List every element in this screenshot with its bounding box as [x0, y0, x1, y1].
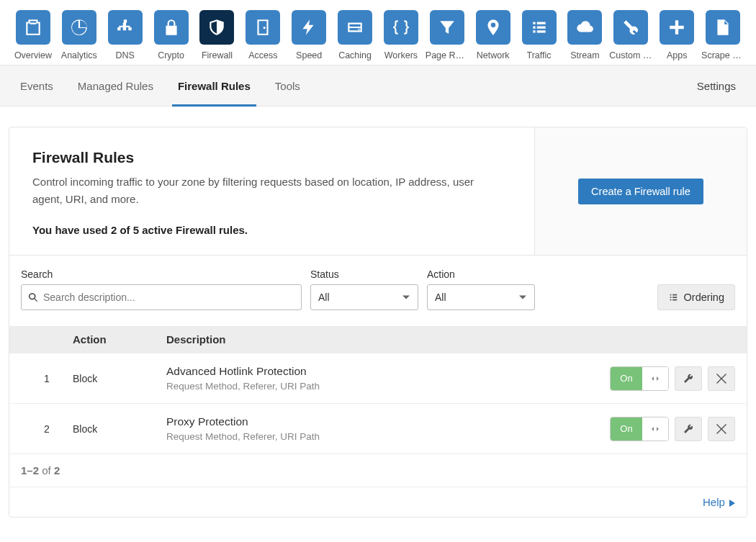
edit-rule-button[interactable] [675, 417, 702, 441]
topnav-item-network[interactable]: Network [470, 10, 516, 60]
door-icon [246, 10, 280, 45]
action-label: Action [427, 268, 535, 280]
tab-managed-rules[interactable]: Managed Rules [78, 66, 153, 106]
shield-icon [199, 10, 234, 45]
tab-firewall-rules[interactable]: Firewall Rules [178, 66, 251, 106]
search-input[interactable] [21, 284, 302, 310]
create-firewall-rule-button[interactable]: Create a Firewall rule [578, 179, 703, 204]
pin-icon [476, 10, 510, 45]
topnav-label: Overview [14, 50, 52, 60]
wrench-icon [683, 373, 694, 384]
tab-tools[interactable]: Tools [275, 66, 300, 106]
topnav-item-crypto[interactable]: Crypto [148, 10, 194, 60]
topnav-item-dns[interactable]: DNS [102, 10, 148, 60]
topnav-item-overview[interactable]: Overview [10, 10, 56, 60]
wrench-icon [613, 10, 648, 45]
help-link[interactable]: Help [9, 487, 747, 517]
topnav-item-apps[interactable]: Apps [654, 10, 700, 60]
topnav-label: Scrape Shi... [701, 50, 744, 60]
page-description: Control incoming traffic to your zone by… [32, 173, 479, 208]
ordering-button-label: Ordering [684, 292, 724, 303]
close-icon [716, 424, 726, 434]
tab-events[interactable]: Events [20, 66, 53, 106]
ordering-button[interactable]: Ordering [657, 284, 735, 310]
topnav-label: Network [477, 50, 510, 60]
funnel-icon [430, 10, 464, 45]
sitemap-icon [108, 10, 143, 45]
search-icon [28, 292, 38, 302]
row-action: Block [73, 373, 166, 384]
toggle-handle-icon [642, 367, 668, 390]
page-title: Firewall Rules [32, 149, 511, 166]
delete-rule-button[interactable] [708, 417, 735, 441]
topnav-label: Analytics [61, 50, 97, 60]
rule-toggle[interactable]: On [610, 366, 669, 391]
topnav-label: Traffic [527, 50, 552, 60]
close-icon [716, 374, 726, 384]
clipboard-icon [16, 10, 50, 45]
topnav-label: DNS [115, 50, 134, 60]
row-number: 1 [21, 373, 73, 384]
action-select[interactable]: All [427, 284, 535, 310]
lock-icon [154, 10, 189, 45]
list-icon [522, 10, 557, 45]
settings-link[interactable]: Settings [697, 66, 736, 106]
edit-rule-button[interactable] [675, 366, 702, 391]
topnav-item-scrape-shi-[interactable]: Scrape Shi... [700, 10, 746, 60]
usage-text: You have used 2 of 5 active Firewall rul… [32, 224, 511, 236]
toggle-on-label: On [611, 417, 642, 441]
wrench-icon [683, 423, 694, 435]
topnav-item-page-rules[interactable]: Page Rules [424, 10, 470, 60]
caret-right-icon [729, 500, 735, 507]
topnav-item-speed[interactable]: Speed [286, 10, 332, 60]
row-number: 2 [21, 423, 73, 435]
topnav-label: Speed [296, 50, 322, 60]
ordering-icon [668, 292, 678, 302]
table-row: 1BlockAdvanced Hotlink ProtectionRequest… [9, 353, 747, 403]
topnav-label: Apps [667, 50, 688, 60]
status-label: Status [310, 268, 418, 280]
toggle-handle-icon [642, 417, 668, 441]
topnav-label: Workers [384, 50, 418, 60]
status-select[interactable]: All [310, 284, 418, 310]
topnav-item-workers[interactable]: Workers [378, 10, 424, 60]
row-subtitle: Request Method, Referer, URI Path [166, 431, 584, 442]
rule-toggle[interactable]: On [610, 417, 669, 441]
row-title: Proxy Protection [166, 415, 584, 428]
plus-icon [660, 10, 694, 45]
topnav-item-stream[interactable]: Stream [562, 10, 608, 60]
pagination-text: 1–2 of 2 [9, 453, 747, 487]
topnav-item-access[interactable]: Access [240, 10, 286, 60]
braces-icon [384, 10, 418, 45]
bolt-icon [292, 10, 326, 45]
topnav-item-caching[interactable]: Caching [332, 10, 378, 60]
row-subtitle: Request Method, Referer, URI Path [166, 381, 584, 392]
delete-rule-button[interactable] [708, 366, 735, 391]
topnav-item-traffic[interactable]: Traffic [516, 10, 562, 60]
col-header-action: Action [73, 333, 166, 345]
file-icon [706, 10, 740, 45]
topnav-label: Crypto [158, 50, 184, 60]
topnav-item-custom-pa-[interactable]: Custom Pa... [608, 10, 654, 60]
topnav-item-firewall[interactable]: Firewall [194, 10, 240, 60]
col-header-description: Description [166, 333, 584, 345]
topnav-label: Access [248, 50, 277, 60]
topnav-label: Stream [570, 50, 599, 60]
topnav-label: Caching [338, 50, 372, 60]
topnav-label: Custom Pa... [609, 50, 652, 60]
row-action: Block [73, 423, 166, 435]
topnav-item-analytics[interactable]: Analytics [56, 10, 102, 60]
table-row: 2BlockProxy ProtectionRequest Method, Re… [9, 403, 747, 453]
cloud-icon [567, 10, 602, 45]
toggle-on-label: On [611, 367, 642, 390]
row-title: Advanced Hotlink Protection [166, 365, 584, 378]
topnav-label: Page Rules [426, 50, 469, 60]
drive-icon [338, 10, 372, 45]
topnav-label: Firewall [202, 50, 233, 60]
pie-icon [62, 10, 96, 45]
search-label: Search [21, 268, 302, 280]
